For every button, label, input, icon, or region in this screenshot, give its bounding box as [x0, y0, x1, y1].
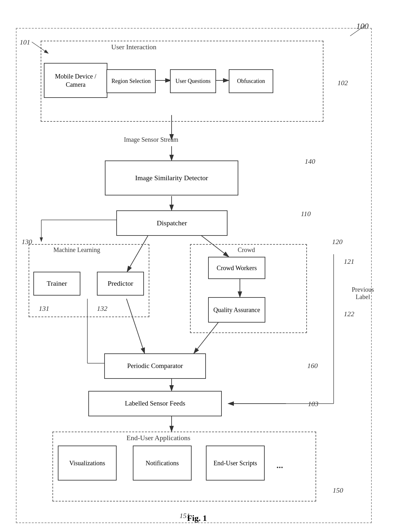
svg-line-23	[32, 42, 48, 53]
visualizations-label: Visualizations	[69, 459, 105, 467]
ref-140: 140	[305, 157, 315, 166]
ref-110: 110	[301, 210, 311, 218]
ref-132: 132	[97, 304, 107, 313]
predictor-box: Predictor	[97, 272, 144, 296]
quality-assurance-box: Quality Assurance	[208, 297, 265, 323]
end-user-apps-label: End-User Applications	[126, 434, 190, 442]
notifications-box: Notifications	[133, 446, 192, 481]
figure-label: Fig. 1	[187, 514, 207, 523]
ref-120: 120	[332, 238, 343, 246]
image-similarity-detector-label: Image Similarity Detector	[135, 174, 208, 183]
user-questions-box: User Questions	[170, 69, 216, 93]
ref-150: 150	[333, 486, 343, 494]
ref101-arrow	[20, 38, 71, 57]
mobile-device-box: Mobile Device / Camera	[44, 63, 107, 98]
crowd-workers-label: Crowd Workers	[217, 264, 257, 272]
region-selection-box: Region Selection	[106, 69, 156, 93]
ref-121: 121	[344, 257, 354, 266]
dispatcher-box: Dispatcher	[116, 210, 228, 236]
ml-label: Machine Learning	[53, 246, 100, 254]
dispatcher-label: Dispatcher	[157, 219, 187, 228]
user-interaction-label: User Interaction	[111, 43, 156, 51]
crowd-label: Crowd	[238, 246, 255, 254]
notifications-label: Notifications	[146, 459, 179, 467]
ellipsis-label: ...	[276, 460, 283, 470]
obfuscation-box: Obfuscation	[229, 69, 273, 93]
image-sensor-stream-label: Image Sensor Stream	[124, 136, 178, 143]
diagram: 100 101 102 User Interaction Mobile Devi…	[0, 0, 394, 532]
region-selection-label: Region Selection	[112, 78, 151, 85]
ref-103: 103	[308, 400, 318, 408]
labelled-sensor-feeds-label: Labelled Sensor Feeds	[125, 399, 185, 408]
ref-131: 131	[39, 304, 49, 313]
mobile-device-label: Mobile Device / Camera	[44, 72, 107, 89]
ref-122: 122	[344, 310, 354, 318]
user-questions-label: User Questions	[175, 78, 211, 85]
trainer-label: Trainer	[47, 279, 67, 288]
ref-160: 160	[307, 362, 318, 370]
crowd-workers-box: Crowd Workers	[208, 257, 265, 279]
ref100-arrow	[347, 22, 372, 38]
periodic-comparator-box: Periodic Comparator	[104, 353, 206, 379]
periodic-comparator-label: Periodic Comparator	[127, 362, 183, 370]
quality-assurance-label: Quality Assurance	[213, 306, 260, 314]
end-user-scripts-box: End-User Scripts	[206, 446, 265, 481]
visualizations-box: Visualizations	[58, 446, 117, 481]
predictor-label: Predictor	[108, 279, 133, 288]
previous-label-text: Previous Label	[347, 286, 379, 301]
svg-line-22	[350, 25, 366, 36]
labelled-sensor-feeds-box: Labelled Sensor Feeds	[88, 391, 222, 416]
image-similarity-detector-box: Image Similarity Detector	[105, 160, 238, 195]
obfuscation-label: Obfuscation	[237, 78, 265, 85]
trainer-box: Trainer	[33, 272, 80, 296]
end-user-scripts-label: End-User Scripts	[214, 459, 257, 467]
